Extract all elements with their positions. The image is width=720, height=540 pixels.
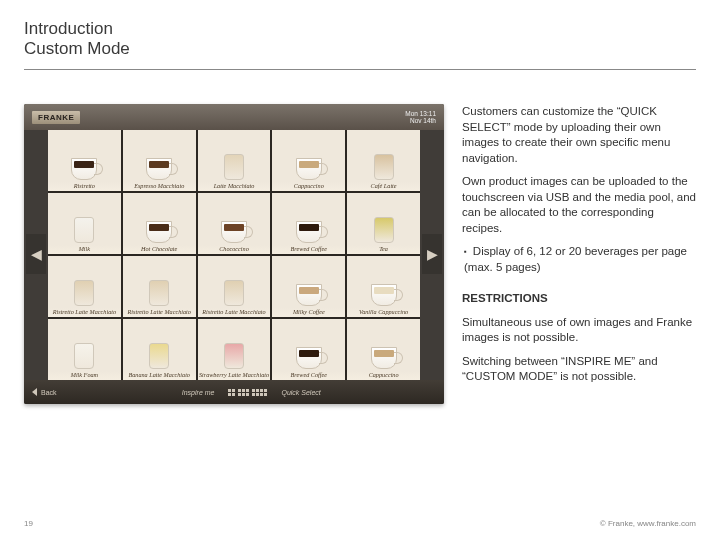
beverage-cell[interactable]: Milky Coffee xyxy=(272,256,345,317)
beverage-label: Ristretto Latte Macchiato xyxy=(198,308,271,318)
beverage-cell[interactable]: Milk xyxy=(48,193,121,254)
beverage-label: Cappuccino xyxy=(272,182,345,192)
copy-bullet: Display of 6, 12 or 20 beverages per pag… xyxy=(464,244,696,275)
screen-bottombar: Back Inspire me Quick Select xyxy=(24,380,444,404)
beverage-label: Hot Chocolate xyxy=(123,245,196,255)
beverage-grid: RistrettoEspresso MacchiatoLatte Macchia… xyxy=(48,130,420,380)
beverage-cell[interactable]: Chococcino xyxy=(198,193,271,254)
beverage-label: Cappuccino xyxy=(347,371,420,381)
copyright: © Franke, www.franke.com xyxy=(600,519,696,528)
beverage-cell[interactable]: Hot Chocolate xyxy=(123,193,196,254)
cup-icon xyxy=(296,158,322,180)
cup-icon xyxy=(296,347,322,369)
back-icon xyxy=(32,388,37,396)
beverage-cell[interactable]: Ristretto xyxy=(48,130,121,191)
beverage-label: Latte Macchiato xyxy=(198,182,271,192)
glass-icon xyxy=(74,217,94,243)
cup-icon xyxy=(371,284,397,306)
clock: Mon 13:11 Nov 14th xyxy=(405,110,436,124)
glass-icon xyxy=(224,343,244,369)
brand-badge: FRANKE xyxy=(32,111,80,124)
restrictions-heading: RESTRICTIONS xyxy=(462,291,696,307)
beverage-cell[interactable]: Cappuccino xyxy=(272,130,345,191)
beverage-cell[interactable]: Ristretto Latte Macchiato xyxy=(48,256,121,317)
copy-p1: Customers can customize the “QUICK SELEC… xyxy=(462,104,696,166)
cup-icon xyxy=(296,284,322,306)
beverage-cell[interactable]: Café Latte xyxy=(347,130,420,191)
page-number: 19 xyxy=(24,519,33,528)
back-button[interactable]: Back xyxy=(32,388,57,396)
copy-p2: Own product images can be uploaded to th… xyxy=(462,174,696,236)
beverage-cell[interactable]: Latte Macchiato xyxy=(198,130,271,191)
screen-topbar: FRANKE Mon 13:11 Nov 14th xyxy=(24,104,444,130)
beverage-label: Milk Foam xyxy=(48,371,121,381)
restriction-2: Switching between “INSPIRE ME” and “CUST… xyxy=(462,354,696,385)
beverage-label: Espresso Macchiato xyxy=(123,182,196,192)
glass-icon xyxy=(224,154,244,180)
beverage-label: Strawberry Latte Macchiato xyxy=(198,371,271,381)
cup-icon xyxy=(146,158,172,180)
beverage-label: Café Latte xyxy=(347,182,420,192)
beverage-cell[interactable]: Brewed Coffee xyxy=(272,193,345,254)
cup-icon xyxy=(221,221,247,243)
grid20-icon[interactable] xyxy=(252,389,267,396)
beverage-label: Ristretto Latte Macchiato xyxy=(48,308,121,318)
grid12-icon[interactable] xyxy=(238,389,249,396)
back-label: Back xyxy=(41,389,57,396)
grid6-icon[interactable] xyxy=(228,389,235,396)
glass-icon xyxy=(374,154,394,180)
cup-icon xyxy=(146,221,172,243)
glass-icon xyxy=(224,280,244,306)
beverage-cell[interactable]: Milk Foam xyxy=(48,319,121,380)
chevron-right-icon[interactable]: ▶ xyxy=(422,234,442,274)
beverage-label: Ristretto Latte Macchiato xyxy=(123,308,196,318)
touchscreen-mock: FRANKE Mon 13:11 Nov 14th ◀ ▶ RistrettoE… xyxy=(24,104,444,404)
cup-icon xyxy=(296,221,322,243)
beverage-cell[interactable]: Ristretto Latte Macchiato xyxy=(123,256,196,317)
glass-icon xyxy=(74,280,94,306)
beverage-label: Milky Coffee xyxy=(272,308,345,318)
beverage-label: Brewed Coffee xyxy=(272,245,345,255)
beverage-label: Banana Latte Macchiato xyxy=(123,371,196,381)
title-divider xyxy=(24,69,696,70)
beverage-cell[interactable]: Ristretto Latte Macchiato xyxy=(198,256,271,317)
glass-icon xyxy=(74,343,94,369)
glass-icon xyxy=(149,280,169,306)
beverage-label: Milk xyxy=(48,245,121,255)
beverage-cell[interactable]: Banana Latte Macchiato xyxy=(123,319,196,380)
beverage-label: Chococcino xyxy=(198,245,271,255)
mode-inspire[interactable]: Inspire me xyxy=(182,389,215,396)
beverage-cell[interactable]: Brewed Coffee xyxy=(272,319,345,380)
cup-icon xyxy=(71,158,97,180)
restriction-1: Simultaneous use of own images and Frank… xyxy=(462,315,696,346)
beverage-cell[interactable]: Strawberry Latte Macchiato xyxy=(198,319,271,380)
chevron-left-icon[interactable]: ◀ xyxy=(26,234,46,274)
page-subtitle: Custom Mode xyxy=(24,39,696,59)
description-copy: Customers can customize the “QUICK SELEC… xyxy=(462,104,696,404)
beverage-label: Ristretto xyxy=(48,182,121,192)
mode-quickselect[interactable]: Quick Select xyxy=(281,389,320,396)
glass-icon xyxy=(149,343,169,369)
beverage-cell[interactable]: Espresso Macchiato xyxy=(123,130,196,191)
beverage-label: Vanilla Cappuccino xyxy=(347,308,420,318)
beverage-cell[interactable]: Vanilla Cappuccino xyxy=(347,256,420,317)
page-title: Introduction xyxy=(24,18,696,39)
cup-icon xyxy=(371,347,397,369)
beverage-label: Tea xyxy=(347,245,420,255)
glass-icon xyxy=(374,217,394,243)
beverage-label: Brewed Coffee xyxy=(272,371,345,381)
view-icons[interactable] xyxy=(228,389,267,396)
beverage-cell[interactable]: Cappuccino xyxy=(347,319,420,380)
clock-date: Nov 14th xyxy=(405,117,436,124)
beverage-cell[interactable]: Tea xyxy=(347,193,420,254)
clock-time: Mon 13:11 xyxy=(405,110,436,117)
